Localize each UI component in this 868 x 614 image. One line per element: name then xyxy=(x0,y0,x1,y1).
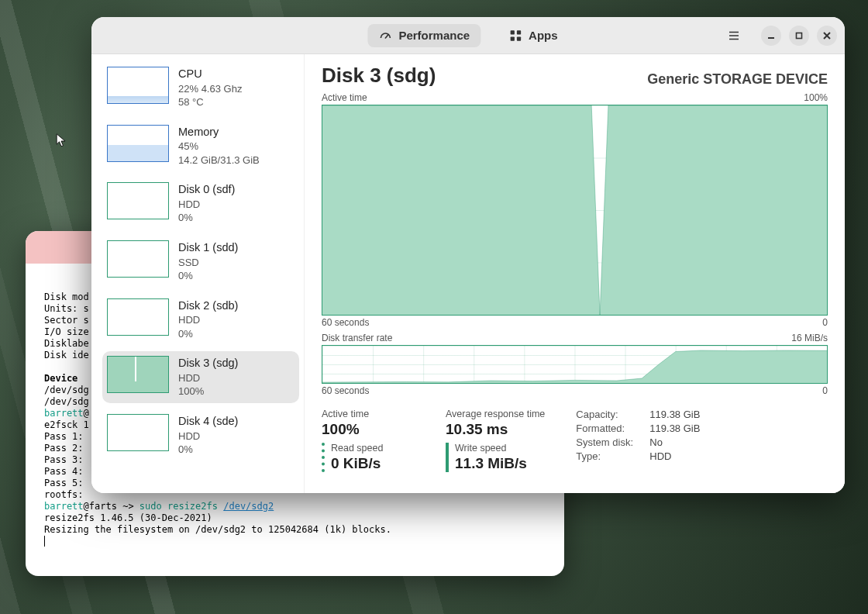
close-button[interactable] xyxy=(817,26,837,46)
prop-key: Type: xyxy=(576,450,649,462)
prop-key: System disk: xyxy=(576,436,649,448)
svg-rect-4 xyxy=(517,36,521,40)
sidebar-item-line2: SSD xyxy=(178,256,238,270)
svg-rect-6 xyxy=(797,33,802,38)
speedometer-icon xyxy=(378,29,392,43)
tab-apps[interactable]: Apps xyxy=(498,24,569,47)
sidebar-item-title: Disk 1 (sdd) xyxy=(178,240,238,256)
transfer-rate-chart xyxy=(322,345,828,384)
disk-thumb-icon xyxy=(107,298,169,336)
prop-key: Formatted: xyxy=(576,423,649,434)
chart-xright: 0 xyxy=(822,317,828,328)
prop-val: 119.38 GiB xyxy=(649,409,700,420)
sidebar-item-d2[interactable]: Disk 2 (sdb)HDD0% xyxy=(102,294,299,346)
headerbar[interactable]: Performance Apps xyxy=(91,17,845,54)
sidebar-item-line3: 0% xyxy=(178,327,238,341)
prop-key: Capacity: xyxy=(576,409,649,420)
stats-row: Active time 100% Read speed 0 KiB/s Aver… xyxy=(322,409,828,472)
maximize-icon xyxy=(794,31,804,40)
sidebar-item-line2: 45% xyxy=(178,140,260,154)
prop-val: 119.38 GiB xyxy=(649,423,700,434)
transfer-rate-chart-block: Disk transfer rate 16 MiB/s 60 seconds 0 xyxy=(322,333,828,396)
sidebar-item-cpu[interactable]: CPU22% 4.63 Ghz58 °C xyxy=(102,62,299,114)
prop-val: No xyxy=(649,436,700,448)
sidebar-item-line3: 0% xyxy=(178,211,235,225)
chart-ymax: 16 MiB/s xyxy=(791,333,828,343)
close-icon xyxy=(822,31,832,40)
minimize-icon xyxy=(766,31,776,40)
maximize-button[interactable] xyxy=(789,26,809,46)
write-speed-value: 11.3 MiB/s xyxy=(455,455,545,472)
tab-label: Performance xyxy=(398,29,470,42)
sidebar-item-title: Disk 3 (sdg) xyxy=(178,356,238,371)
sidebar-item-d0[interactable]: Disk 0 (sdf)HDD0% xyxy=(102,178,299,229)
cpu-thumb-icon xyxy=(107,67,169,104)
svg-line-0 xyxy=(385,34,388,38)
detail-panel: Disk 3 (sdg) Generic STORAGE DEVICE Acti… xyxy=(305,54,845,493)
sidebar-item-line2: HDD xyxy=(178,198,235,212)
chart-xleft: 60 seconds xyxy=(322,317,369,328)
avg-response-value: 10.35 ms xyxy=(446,421,545,438)
svg-rect-3 xyxy=(510,36,514,40)
chart-label: Active time xyxy=(322,92,367,103)
active-time-label: Active time xyxy=(322,409,415,419)
chart-label: Disk transfer rate xyxy=(322,333,392,343)
menu-button[interactable] xyxy=(724,26,744,46)
sidebar-item-d1[interactable]: Disk 1 (sdd)SSD0% xyxy=(102,236,299,288)
sidebar-item-d4[interactable]: Disk 4 (sde)HDD0% xyxy=(102,409,299,461)
system-monitor-window[interactable]: Performance Apps xyxy=(91,17,845,493)
sidebar-item-line2: HDD xyxy=(178,313,238,327)
minimize-button[interactable] xyxy=(761,26,781,46)
active-time-value: 100% xyxy=(322,421,415,438)
disk-thumb-icon xyxy=(107,356,169,393)
detail-title: Disk 3 (sdg) xyxy=(322,64,436,88)
sidebar-item-line3: 14.2 GiB/31.3 GiB xyxy=(178,154,260,167)
chart-ymax: 100% xyxy=(804,92,828,103)
mem-thumb-icon xyxy=(107,125,169,162)
sidebar-item-line3: 58 °C xyxy=(178,95,242,109)
write-speed-label: Write speed xyxy=(455,443,545,454)
sidebar-item-title: Disk 2 (sdb) xyxy=(178,298,238,314)
sidebar-item-d3[interactable]: Disk 3 (sdg)HDD100% xyxy=(102,351,299,403)
sidebar-item-line3: 0% xyxy=(178,269,238,283)
sidebar-item-line2: HDD xyxy=(178,371,238,385)
chart-xleft: 60 seconds xyxy=(322,385,369,396)
sidebar-item-title: CPU xyxy=(178,67,242,82)
sidebar-item-title: Memory xyxy=(178,125,260,140)
tab-performance[interactable]: Performance xyxy=(367,24,480,47)
sidebar[interactable]: CPU22% 4.63 Ghz58 °CMemory45%14.2 GiB/31… xyxy=(91,54,305,493)
detail-subtitle: Generic STORAGE DEVICE xyxy=(647,71,828,88)
sidebar-item-line2: HDD xyxy=(178,429,238,443)
sidebar-item-line3: 100% xyxy=(178,385,238,398)
active-time-chart-block: Active time 100% 60 seconds 0 xyxy=(322,92,828,328)
sidebar-item-line2: 22% 4.63 Ghz xyxy=(178,82,242,96)
cursor-arrow-icon xyxy=(56,133,67,149)
grid-icon xyxy=(508,29,522,43)
tab-label: Apps xyxy=(529,29,558,42)
read-speed-label: Read speed xyxy=(331,443,415,454)
sidebar-item-title: Disk 4 (sde) xyxy=(178,414,238,429)
disk-thumb-icon xyxy=(107,414,169,451)
prop-val: HDD xyxy=(649,450,700,462)
disk-thumb-icon xyxy=(107,182,169,219)
disk-thumb-icon xyxy=(107,240,169,278)
sidebar-item-line3: 0% xyxy=(178,443,238,457)
active-time-chart xyxy=(322,105,828,316)
hamburger-icon xyxy=(727,29,741,43)
sidebar-item-title: Disk 0 (sdf) xyxy=(178,182,235,198)
view-tabs: Performance Apps xyxy=(367,24,568,47)
chart-xright: 0 xyxy=(822,385,828,396)
sidebar-item-mem[interactable]: Memory45%14.2 GiB/31.3 GiB xyxy=(102,120,299,172)
avg-response-label: Average response time xyxy=(446,409,545,419)
svg-rect-2 xyxy=(517,30,521,34)
svg-rect-1 xyxy=(510,30,514,34)
read-speed-value: 0 KiB/s xyxy=(331,455,415,472)
disk-properties: Capacity:119.38 GiBFormatted:119.38 GiBS… xyxy=(576,409,700,462)
